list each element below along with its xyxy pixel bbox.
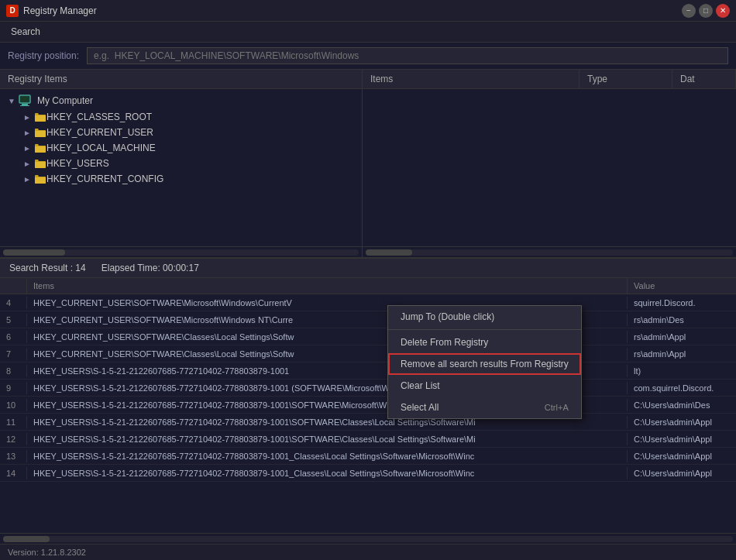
registry-position-label: Registry position: [8, 50, 79, 61]
folder-icon-hkcr [34, 112, 46, 122]
registry-position-input[interactable] [87, 47, 728, 64]
expand-icon-hkcu: ► [22, 127, 33, 138]
rnum-12: 12 [0, 433, 27, 445]
right-panel: Items Type Dat [363, 70, 736, 257]
svg-rect-1 [22, 104, 28, 105]
registry-position-bar: Registry position: [0, 43, 736, 70]
rcol-num-header [0, 278, 27, 294]
mycomputer-label: My Computer [37, 95, 93, 106]
tree-node-hkcr[interactable]: ► HKEY_CLASSES_ROOT [0, 109, 362, 125]
rnum-13: 13 [0, 450, 27, 462]
result-row-14[interactable]: 14 HKEY_USERS\S-1-5-21-2122607685-772710… [0, 465, 736, 482]
svg-rect-2 [20, 105, 29, 106]
tree-node-hkcu[interactable]: ► HKEY_CURRENT_USER [0, 125, 362, 140]
rvalue-14: C:\Users\admin\Appl [628, 467, 736, 479]
result-row-8[interactable]: 8 HKEY_USERS\S-1-5-21-2122607685-7727104… [0, 362, 736, 380]
col-header-dat: Dat [672, 70, 736, 88]
tree-node-hkcc[interactable]: ► HKEY_CURRENT_CONFIG [0, 171, 362, 187]
menu-bar: Search [0, 22, 736, 43]
rpath-14: HKEY_USERS\S-1-5-21-2122607685-772710402… [27, 467, 628, 479]
registry-items-header: Registry Items [0, 70, 362, 89]
tree-node-hklm[interactable]: ► HKEY_LOCAL_MACHINE [0, 140, 362, 156]
context-menu-select-all-label: Select All [401, 402, 439, 413]
rnum-7: 7 [0, 348, 27, 360]
rvalue-4: squirrel.Discord. [628, 297, 736, 309]
rvalue-6: rs\admin\Appl [628, 331, 736, 343]
tree-node-mycomputer[interactable]: ▼ My Computer [0, 92, 362, 109]
rnum-9: 9 [0, 382, 27, 394]
search-results-area: Search Result : 14 Elapsed Time: 00:00:1… [0, 257, 736, 544]
close-button[interactable]: ✕ [716, 4, 730, 18]
search-elapsed-time: Elapsed Time: 00:00:17 [101, 263, 199, 273]
rvalue-8: lt) [628, 365, 736, 377]
context-menu-delete[interactable]: Delete From Registry [388, 332, 581, 353]
rvalue-10: C:\Users\admin\Des [628, 399, 736, 411]
context-menu: Jump To (Double click) Delete From Regis… [387, 305, 582, 419]
result-row-7[interactable]: 7 HKEY_CURRENT_USER\SOFTWARE\Classes\Loc… [0, 345, 736, 362]
rpath-12: HKEY_USERS\S-1-5-21-2122607685-772710402… [27, 433, 628, 445]
tree-node-hku[interactable]: ► HKEY_USERS [0, 156, 362, 171]
result-row-4[interactable]: 4 HKEY_CURRENT_USER\SOFTWARE\Microsoft\W… [0, 294, 736, 311]
folder-icon-hku [34, 158, 46, 169]
expand-icon-hkcc: ► [22, 173, 33, 184]
context-menu-clear-list-label: Clear List [401, 380, 440, 391]
rvalue-5: rs\admin\Des [628, 314, 736, 326]
rvalue-11: C:\Users\admin\Appl [628, 416, 736, 428]
context-menu-jump-to[interactable]: Jump To (Double click) [388, 306, 581, 328]
result-row-12[interactable]: 12 HKEY_USERS\S-1-5-21-2122607685-772710… [0, 431, 736, 448]
rvalue-9: com.squirrel.Discord. [628, 382, 736, 394]
expand-icon-hkcr: ► [22, 112, 33, 122]
main-area: Registry Items ▼ My Computer ► [0, 70, 736, 257]
folder-icon-hkcu [34, 127, 46, 138]
context-menu-remove-all[interactable]: Remove all search results From Registry [388, 353, 581, 375]
result-row-9[interactable]: 9 HKEY_USERS\S-1-5-21-2122607685-7727104… [0, 380, 736, 397]
col-header-type: Type [580, 70, 672, 88]
context-menu-remove-all-label: Remove all search results From Registry [401, 359, 569, 369]
rvalue-12: C:\Users\admin\Appl [628, 433, 736, 445]
result-row-10[interactable]: 10 HKEY_USERS\S-1-5-21-2122607685-772710… [0, 397, 736, 414]
context-menu-select-all[interactable]: Select All Ctrl+A [388, 397, 581, 418]
computer-icon [19, 94, 34, 107]
rcol-items-header: Items [27, 278, 628, 294]
maximize-button[interactable]: □ [699, 4, 713, 18]
results-hscroll-track [3, 536, 733, 542]
rnum-11: 11 [0, 416, 27, 428]
search-result-count: Search Result : 14 [9, 263, 86, 273]
app-icon: D [6, 5, 19, 17]
folder-icon-hkcc [34, 173, 46, 184]
result-row-11[interactable]: 11 HKEY_USERS\S-1-5-21-2122607685-772710… [0, 414, 736, 431]
context-menu-clear-list[interactable]: Clear List [388, 375, 581, 397]
left-panel-hscroll[interactable] [0, 246, 362, 257]
context-menu-delete-label: Delete From Registry [401, 337, 488, 348]
rvalue-13: C:\Users\admin\Appl [628, 450, 736, 462]
context-menu-jump-to-label: Jump To (Double click) [401, 311, 494, 322]
rcol-value-header: Value [628, 278, 736, 294]
hkcc-label: HKEY_CURRENT_CONFIG [46, 173, 163, 184]
result-row-5[interactable]: 5 HKEY_CURRENT_USER\SOFTWARE\Microsoft\W… [0, 311, 736, 328]
folder-icon-hklm [34, 143, 46, 153]
menu-search[interactable]: Search [6, 25, 45, 39]
rnum-10: 10 [0, 399, 27, 411]
results-hscroll[interactable] [0, 533, 736, 544]
hklm-label: HKEY_LOCAL_MACHINE [46, 143, 156, 153]
context-menu-select-all-shortcut: Ctrl+A [545, 403, 569, 412]
results-columns-header: Items Value [0, 278, 736, 294]
result-row-6[interactable]: 6 HKEY_CURRENT_USER\SOFTWARE\Classes\Loc… [0, 328, 736, 345]
rpath-13: HKEY_USERS\S-1-5-21-2122607685-772710402… [27, 450, 628, 462]
rvalue-7: rs\admin\Appl [628, 348, 736, 360]
columns-header: Items Type Dat [363, 70, 736, 89]
result-row-13[interactable]: 13 HKEY_USERS\S-1-5-21-2122607685-772710… [0, 448, 736, 465]
minimize-button[interactable]: − [682, 4, 696, 18]
right-panel-content [363, 89, 736, 246]
window-controls: − □ ✕ [682, 4, 730, 18]
registry-tree: ▼ My Computer ► HKEY_CLASSES_ROO [0, 89, 362, 246]
context-menu-separator-1 [388, 329, 581, 330]
title-bar: D Registry Manager − □ ✕ [0, 0, 736, 22]
app-title: Registry Manager [23, 5, 682, 16]
svg-rect-3 [20, 96, 29, 102]
left-panel: Registry Items ▼ My Computer ► [0, 70, 363, 257]
right-panel-hscroll[interactable] [363, 246, 736, 257]
hku-label: HKEY_USERS [46, 158, 109, 169]
rnum-14: 14 [0, 467, 27, 479]
rnum-4: 4 [0, 297, 27, 309]
